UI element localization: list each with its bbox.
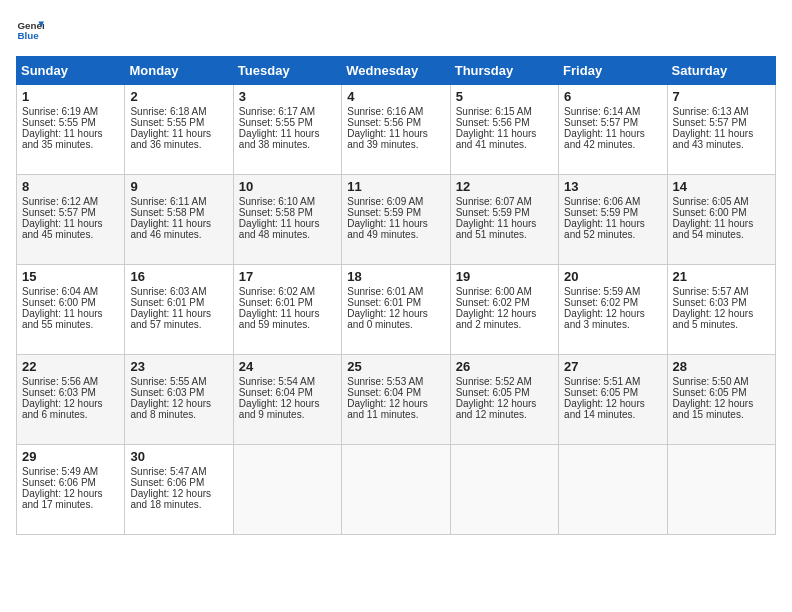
sunset-text: Sunset: 6:00 PM [22,297,96,308]
logo-icon: General Blue [16,16,44,44]
day-number: 20 [564,269,661,284]
sunrise-text: Sunrise: 5:50 AM [673,376,749,387]
day-number: 23 [130,359,227,374]
sunset-text: Sunset: 5:57 PM [673,117,747,128]
daylight-text: Daylight: 12 hours and 6 minutes. [22,398,103,420]
sunset-text: Sunset: 5:57 PM [564,117,638,128]
sunrise-text: Sunrise: 6:05 AM [673,196,749,207]
table-row [559,445,667,535]
daylight-text: Daylight: 12 hours and 3 minutes. [564,308,645,330]
sunrise-text: Sunrise: 5:53 AM [347,376,423,387]
sunrise-text: Sunrise: 5:52 AM [456,376,532,387]
sunrise-text: Sunrise: 6:15 AM [456,106,532,117]
sunset-text: Sunset: 6:00 PM [673,207,747,218]
daylight-text: Daylight: 11 hours and 59 minutes. [239,308,320,330]
svg-text:Blue: Blue [17,30,39,41]
daylight-text: Daylight: 11 hours and 51 minutes. [456,218,537,240]
day-number: 5 [456,89,553,104]
table-row: 29Sunrise: 5:49 AMSunset: 6:06 PMDayligh… [17,445,125,535]
sunset-text: Sunset: 5:59 PM [564,207,638,218]
daylight-text: Daylight: 12 hours and 18 minutes. [130,488,211,510]
daylight-text: Daylight: 11 hours and 43 minutes. [673,128,754,150]
day-number: 17 [239,269,336,284]
sunset-text: Sunset: 6:06 PM [130,477,204,488]
sunset-text: Sunset: 5:56 PM [347,117,421,128]
day-number: 16 [130,269,227,284]
sunrise-text: Sunrise: 6:04 AM [22,286,98,297]
daylight-text: Daylight: 12 hours and 2 minutes. [456,308,537,330]
table-row: 26Sunrise: 5:52 AMSunset: 6:05 PMDayligh… [450,355,558,445]
table-row [342,445,450,535]
daylight-text: Daylight: 11 hours and 36 minutes. [130,128,211,150]
sunset-text: Sunset: 6:01 PM [130,297,204,308]
daylight-text: Daylight: 11 hours and 38 minutes. [239,128,320,150]
sunrise-text: Sunrise: 6:01 AM [347,286,423,297]
sunset-text: Sunset: 6:03 PM [673,297,747,308]
calendar-body: 1Sunrise: 6:19 AMSunset: 5:55 PMDaylight… [17,85,776,535]
sunrise-text: Sunrise: 5:54 AM [239,376,315,387]
sunrise-text: Sunrise: 5:49 AM [22,466,98,477]
day-number: 8 [22,179,119,194]
table-row: 16Sunrise: 6:03 AMSunset: 6:01 PMDayligh… [125,265,233,355]
day-number: 27 [564,359,661,374]
daylight-text: Daylight: 11 hours and 55 minutes. [22,308,103,330]
sunset-text: Sunset: 6:02 PM [456,297,530,308]
day-number: 29 [22,449,119,464]
table-row: 21Sunrise: 5:57 AMSunset: 6:03 PMDayligh… [667,265,775,355]
table-row: 24Sunrise: 5:54 AMSunset: 6:04 PMDayligh… [233,355,341,445]
sunset-text: Sunset: 6:05 PM [673,387,747,398]
col-sunday: Sunday [17,57,125,85]
sunset-text: Sunset: 5:58 PM [130,207,204,218]
table-row: 25Sunrise: 5:53 AMSunset: 6:04 PMDayligh… [342,355,450,445]
table-row: 15Sunrise: 6:04 AMSunset: 6:00 PMDayligh… [17,265,125,355]
day-number: 21 [673,269,770,284]
sunrise-text: Sunrise: 6:16 AM [347,106,423,117]
sunrise-text: Sunrise: 6:10 AM [239,196,315,207]
sunset-text: Sunset: 5:59 PM [347,207,421,218]
sunset-text: Sunset: 5:55 PM [239,117,313,128]
daylight-text: Daylight: 11 hours and 49 minutes. [347,218,428,240]
sunset-text: Sunset: 5:58 PM [239,207,313,218]
day-number: 22 [22,359,119,374]
table-row: 18Sunrise: 6:01 AMSunset: 6:01 PMDayligh… [342,265,450,355]
sunset-text: Sunset: 6:05 PM [456,387,530,398]
day-number: 19 [456,269,553,284]
sunrise-text: Sunrise: 5:59 AM [564,286,640,297]
sunset-text: Sunset: 6:02 PM [564,297,638,308]
table-row: 10Sunrise: 6:10 AMSunset: 5:58 PMDayligh… [233,175,341,265]
sunrise-text: Sunrise: 6:12 AM [22,196,98,207]
table-row: 1Sunrise: 6:19 AMSunset: 5:55 PMDaylight… [17,85,125,175]
daylight-text: Daylight: 11 hours and 48 minutes. [239,218,320,240]
day-number: 28 [673,359,770,374]
day-number: 30 [130,449,227,464]
daylight-text: Daylight: 11 hours and 35 minutes. [22,128,103,150]
sunrise-text: Sunrise: 6:11 AM [130,196,206,207]
header: General Blue [16,16,776,44]
col-thursday: Thursday [450,57,558,85]
sunset-text: Sunset: 6:03 PM [22,387,96,398]
sunrise-text: Sunrise: 5:56 AM [22,376,98,387]
daylight-text: Daylight: 11 hours and 46 minutes. [130,218,211,240]
day-number: 25 [347,359,444,374]
logo: General Blue [16,16,48,44]
sunset-text: Sunset: 5:59 PM [456,207,530,218]
table-row: 8Sunrise: 6:12 AMSunset: 5:57 PMDaylight… [17,175,125,265]
sunrise-text: Sunrise: 6:03 AM [130,286,206,297]
table-row: 9Sunrise: 6:11 AMSunset: 5:58 PMDaylight… [125,175,233,265]
sunrise-text: Sunrise: 6:13 AM [673,106,749,117]
sunset-text: Sunset: 6:04 PM [239,387,313,398]
sunrise-text: Sunrise: 5:51 AM [564,376,640,387]
sunset-text: Sunset: 5:55 PM [130,117,204,128]
day-number: 10 [239,179,336,194]
day-number: 6 [564,89,661,104]
col-wednesday: Wednesday [342,57,450,85]
day-number: 2 [130,89,227,104]
table-row: 5Sunrise: 6:15 AMSunset: 5:56 PMDaylight… [450,85,558,175]
daylight-text: Daylight: 11 hours and 52 minutes. [564,218,645,240]
sunrise-text: Sunrise: 6:17 AM [239,106,315,117]
daylight-text: Daylight: 12 hours and 9 minutes. [239,398,320,420]
table-row: 30Sunrise: 5:47 AMSunset: 6:06 PMDayligh… [125,445,233,535]
sunrise-text: Sunrise: 6:02 AM [239,286,315,297]
table-row: 28Sunrise: 5:50 AMSunset: 6:05 PMDayligh… [667,355,775,445]
daylight-text: Daylight: 12 hours and 12 minutes. [456,398,537,420]
